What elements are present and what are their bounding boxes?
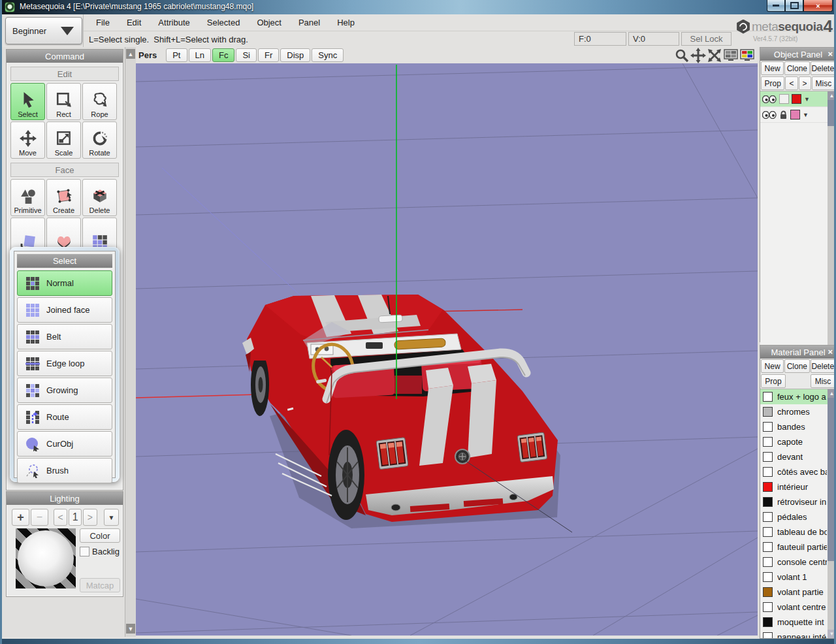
maximize-button[interactable] [785, 0, 803, 12]
scroll-up-icon[interactable]: ▲ [828, 91, 836, 100]
zoom-icon[interactable] [674, 48, 690, 63]
material-delete-button[interactable]: Delete [811, 359, 835, 373]
material-clone-button[interactable]: Clone [784, 359, 809, 373]
move-tool-button[interactable]: Move [10, 121, 45, 159]
material-row[interactable]: volant partie [760, 585, 836, 600]
menu-selected[interactable]: Selected [199, 18, 249, 27]
scroll-up-icon[interactable]: ▲ [126, 49, 135, 59]
material-swatch[interactable] [763, 617, 773, 627]
menu-edit[interactable]: Edit [118, 18, 150, 27]
object-color-swatch[interactable] [790, 110, 800, 120]
lighting-panel-header[interactable]: Lighting [7, 492, 123, 505]
scroll-down-icon[interactable]: ▼ [828, 630, 836, 638]
material-swatch[interactable] [763, 452, 773, 462]
material-row[interactable]: fauteuil partie [760, 539, 836, 555]
material-row[interactable]: pédales [760, 509, 836, 524]
material-row[interactable]: rétroviseur in [760, 494, 836, 509]
view-tab-ln[interactable]: Ln [189, 48, 211, 62]
light-remove-button[interactable]: − [31, 509, 48, 526]
select-mode-curobj[interactable]: CurObj [17, 431, 112, 457]
menu-object[interactable]: Object [248, 18, 290, 27]
material-swatch[interactable] [763, 467, 773, 477]
select-mode-normal[interactable]: Normal [17, 270, 112, 296]
light-add-button[interactable]: + [12, 509, 29, 526]
material-row[interactable]: capote [760, 434, 836, 449]
light-color-button[interactable]: Color [80, 528, 120, 543]
view-tab-fc[interactable]: Fc [212, 48, 234, 62]
lock-checkbox[interactable] [779, 94, 789, 104]
view-tab-fr[interactable]: Fr [258, 48, 279, 62]
rope-tool-button[interactable]: Rope [82, 83, 117, 120]
material-swatch[interactable] [763, 632, 773, 638]
rect-tool-button[interactable]: Rect [46, 83, 81, 120]
object-panel-close-icon[interactable]: × [828, 49, 833, 59]
command-panel-header[interactable]: Command [7, 50, 123, 63]
material-misc-button[interactable]: Misc [811, 374, 835, 388]
scroll-up-icon[interactable]: ▲ [828, 389, 836, 398]
create-face-button[interactable]: Create [46, 179, 81, 216]
view-tab-disp[interactable]: Disp [280, 48, 310, 62]
object-new-button[interactable]: New [761, 61, 784, 75]
close-button[interactable]: × [803, 0, 833, 12]
material-row[interactable]: devant [760, 449, 836, 464]
menu-attribute[interactable]: Attribute [150, 18, 198, 27]
title-bar[interactable]: Metasequoia 4 [E:\Private\mustang 1965 c… [0, 0, 836, 14]
material-prop-button[interactable]: Prop [761, 374, 786, 388]
material-swatch[interactable] [763, 392, 773, 402]
rotate-view-icon[interactable] [707, 48, 722, 63]
left-panel-scrollbar[interactable]: ▲ ▼ [125, 47, 136, 637]
light-preview-sphere[interactable] [16, 528, 76, 588]
object-clone-button[interactable]: Clone [784, 61, 809, 75]
material-row[interactable]: volant centre [760, 600, 836, 615]
material-new-button[interactable]: New [761, 359, 784, 373]
material-swatch[interactable] [763, 557, 773, 567]
object-prev-button[interactable]: < [785, 76, 797, 90]
object-next-button[interactable]: > [799, 76, 811, 90]
minimize-button[interactable] [767, 0, 785, 12]
rotate-tool-button[interactable]: Rotate [82, 121, 117, 159]
view-tab-pers[interactable]: Pers [136, 48, 165, 62]
object-row[interactable]: ▼ [760, 107, 836, 123]
material-row[interactable]: moquette int [760, 615, 836, 630]
object-misc-button[interactable]: Misc [812, 76, 835, 90]
select-mode-route[interactable]: Route [17, 404, 112, 430]
menu-help[interactable]: Help [329, 18, 363, 27]
sel-lock-button[interactable]: Sel Lock [681, 32, 732, 46]
select-mode-edge-loop[interactable]: Edge loop [17, 351, 112, 376]
material-swatch[interactable] [763, 512, 773, 522]
material-swatch[interactable] [763, 422, 773, 432]
light-next-button[interactable]: > [83, 509, 97, 526]
material-row[interactable]: panneau inté [760, 630, 836, 638]
material-row[interactable]: bandes [760, 419, 836, 434]
material-row[interactable]: intérieur [760, 479, 836, 494]
material-row[interactable]: côtés avec ba [760, 464, 836, 479]
menu-panel[interactable]: Panel [290, 18, 329, 27]
object-color-swatch[interactable] [792, 94, 801, 104]
material-panel-header[interactable]: Material Panel × [760, 346, 836, 359]
single-view-icon[interactable] [723, 48, 739, 63]
material-list-scrollbar[interactable]: ▲ ▼ [828, 389, 836, 638]
material-swatch[interactable] [763, 602, 773, 612]
object-delete-button[interactable]: Delete [811, 61, 835, 75]
scrollbar-thumb[interactable] [828, 100, 836, 126]
primitive-tool-button[interactable]: Primitive [10, 179, 45, 216]
scrollbar-thumb[interactable] [828, 398, 836, 561]
backlight-checkbox[interactable]: Backlig [80, 547, 120, 556]
select-mode-brush[interactable]: Brush [17, 458, 112, 483]
material-row[interactable]: console centr [760, 555, 836, 570]
material-swatch[interactable] [763, 437, 773, 447]
view-tab-pt[interactable]: Pt [166, 48, 187, 62]
material-swatch[interactable] [763, 497, 773, 507]
object-prop-button[interactable]: Prop [761, 76, 784, 90]
lock-icon[interactable] [779, 110, 788, 120]
material-swatch[interactable] [763, 572, 773, 582]
material-swatch[interactable] [763, 482, 773, 492]
scale-tool-button[interactable]: Scale [46, 121, 81, 159]
light-index-field[interactable]: 1 [69, 509, 82, 526]
object-row[interactable]: ▼ [760, 91, 836, 107]
visibility-eyes-icon[interactable] [762, 111, 777, 119]
quad-view-icon[interactable] [739, 48, 755, 63]
material-row[interactable]: tableau de bo [760, 524, 836, 539]
viewport-3d[interactable] [136, 63, 758, 636]
material-swatch[interactable] [763, 542, 773, 552]
